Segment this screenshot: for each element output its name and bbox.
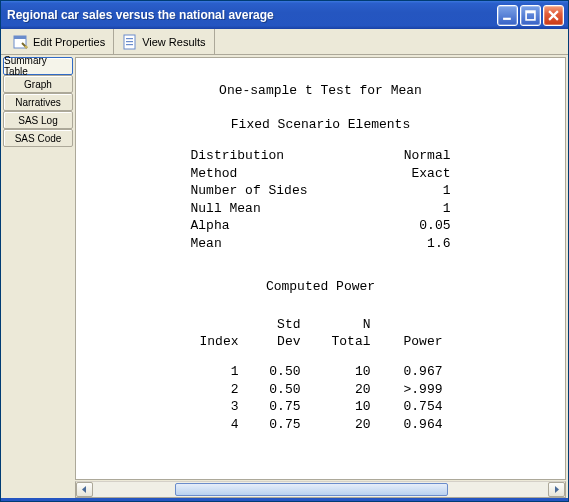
- svg-point-5: [25, 45, 28, 48]
- minimize-button[interactable]: [497, 5, 518, 26]
- toolbar: Edit Properties View Results: [1, 29, 568, 55]
- report-title: One-sample t Test for Mean: [86, 82, 555, 100]
- table-row: 40.75200.964: [181, 416, 461, 434]
- table-row: 10.50100.967: [181, 363, 461, 381]
- chevron-right-icon: [553, 486, 560, 493]
- view-results-button[interactable]: View Results: [114, 29, 214, 54]
- sidebar-item-sas-log[interactable]: SAS Log: [3, 111, 73, 129]
- window-title: Regional car sales versus the national a…: [7, 8, 497, 22]
- edit-properties-label: Edit Properties: [33, 36, 105, 48]
- table-header-row1: Std N: [181, 316, 461, 334]
- table-row: 20.5020>.999: [181, 381, 461, 399]
- sidebar-item-sas-code[interactable]: SAS Code: [3, 129, 73, 147]
- scenario-title: Fixed Scenario Elements: [86, 116, 555, 134]
- titlebar: Regional car sales versus the national a…: [1, 1, 568, 29]
- sidebar-item-narratives[interactable]: Narratives: [3, 93, 73, 111]
- svg-rect-2: [526, 11, 535, 13]
- results-icon: [122, 34, 138, 50]
- computed-power-title: Computed Power: [86, 278, 555, 296]
- table-header-row2: Index Dev Total Power: [181, 333, 461, 351]
- view-results-label: View Results: [142, 36, 205, 48]
- edit-properties-button[interactable]: Edit Properties: [5, 29, 114, 54]
- table-row: Alpha0.05: [191, 217, 451, 235]
- svg-rect-7: [126, 38, 133, 39]
- svg-rect-8: [126, 41, 133, 42]
- scenario-table: DistributionNormal MethodExact Number of…: [191, 147, 451, 252]
- sidebar-item-graph[interactable]: Graph: [3, 75, 73, 93]
- scroll-left-button[interactable]: [76, 482, 93, 497]
- maximize-button[interactable]: [520, 5, 541, 26]
- table-row: Null Mean1: [191, 200, 451, 218]
- power-table: Std N Index Dev Total Power 10.50100.967…: [181, 316, 461, 433]
- svg-rect-0: [503, 17, 511, 19]
- window-bottom-border: [1, 498, 568, 501]
- properties-icon: [13, 34, 29, 50]
- chevron-left-icon: [81, 486, 88, 493]
- table-row: Mean1.6: [191, 235, 451, 253]
- svg-rect-4: [14, 36, 26, 39]
- sidebar: Summary Table Graph Narratives SAS Log S…: [1, 55, 75, 498]
- close-button[interactable]: [543, 5, 564, 26]
- scroll-thumb[interactable]: [175, 483, 448, 496]
- sidebar-item-summary-table[interactable]: Summary Table: [3, 57, 73, 75]
- horizontal-scrollbar[interactable]: [75, 481, 566, 498]
- table-row: 30.75100.754: [181, 398, 461, 416]
- table-row: Number of Sides1: [191, 182, 451, 200]
- table-row: MethodExact: [191, 165, 451, 183]
- results-pane: One-sample t Test for Mean Fixed Scenari…: [75, 57, 566, 480]
- scroll-track[interactable]: [93, 482, 548, 497]
- scroll-right-button[interactable]: [548, 482, 565, 497]
- svg-rect-9: [126, 44, 133, 45]
- table-row: DistributionNormal: [191, 147, 451, 165]
- window-controls: [497, 5, 564, 26]
